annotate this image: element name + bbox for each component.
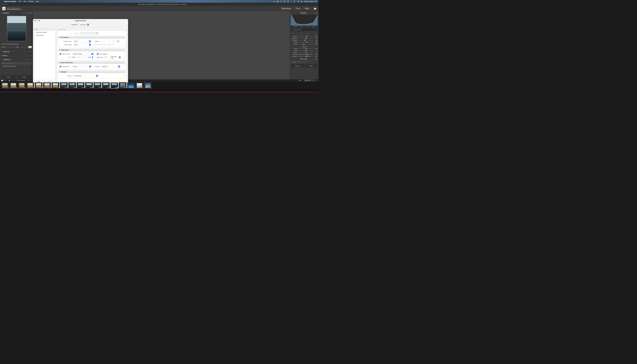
collections-panel-header[interactable]: ▼Collections+ [0,58,33,62]
cloud-sync-icon[interactable] [314,8,316,10]
filesettings-disclosure-icon[interactable]: ▼ [59,37,60,38]
curve-red-icon[interactable] [300,61,302,63]
quality-slider[interactable] [100,41,114,42]
traffic-lights[interactable] [1,4,7,5]
sharpen-for-select[interactable]: Screen [72,66,92,68]
dont-enlarge-checkbox[interactable]: ✓ [97,53,98,55]
metadata-include-select[interactable]: All Metadata [73,75,98,77]
size-unit-select[interactable]: pixels [87,56,94,58]
height-input[interactable] [80,56,86,58]
redeye-icon[interactable] [307,32,309,34]
stacks-icon[interactable]: ▤ [277,0,278,2]
highlights-slider[interactable] [298,38,313,38]
play-icon[interactable]: ⊙ [280,0,282,2]
filmstrip-thumb[interactable]: 5 [35,82,42,89]
filmstrip-thumb[interactable]: 9 [68,82,76,89]
image-format-select[interactable]: JPEG [73,40,91,43]
add-snapshot-icon[interactable]: + [31,51,32,53]
blacks-slider[interactable] [298,44,313,44]
shadows-slider[interactable] [298,40,313,40]
module-web[interactable]: Web [305,7,309,10]
filmstrip-thumb[interactable]: 18 [144,82,152,89]
user-menu-chevron-icon[interactable]: ▼ [21,8,22,10]
filmstrip-thumb[interactable]: 12 [94,82,101,89]
adjust-target-icon[interactable]: ◎ [291,61,292,63]
filmstrip-thumb[interactable]: 3 [18,82,26,89]
filmstrip-thumb[interactable]: 17 [136,82,143,89]
preset-lightroom[interactable]: ▶Lightroom Presets [34,31,56,34]
filmstrip[interactable]: 123456789101112131415161718 [0,82,318,89]
export-to-select[interactable]: Hard Drive [79,24,90,26]
histogram-disclosure-icon[interactable]: ▼ [316,12,317,14]
curve-green-icon[interactable] [303,61,304,63]
sizing-disclosure-icon[interactable]: ▼ [59,49,60,50]
add-collection-icon[interactable]: + [31,58,32,60]
paste-button[interactable]: Paste [17,76,32,78]
filmstrip-thumb[interactable]: 7 [52,82,59,89]
width-input[interactable] [71,56,77,58]
filmstrip-thumb[interactable]: 11 [85,82,93,89]
close-light[interactable] [1,4,2,5]
resize-checkbox[interactable]: ✓ [60,53,61,55]
filmstrip-thumb[interactable]: 8 [60,82,68,89]
menu-window[interactable]: Window [28,0,34,2]
filmstrip-thumb[interactable]: 2 [10,82,17,89]
min-light[interactable] [3,4,5,5]
zoom-300[interactable]: 300% [29,12,32,14]
whites-slider[interactable] [298,42,313,42]
nav-next-icon[interactable]: ► [14,80,15,81]
cc-icon[interactable]: ◎ [274,0,275,2]
filmstrip-thumb[interactable]: 16 [127,82,135,89]
heal-icon[interactable] [300,32,302,34]
menu-app-name[interactable]: Lightroom Classic [4,0,16,2]
sharpen-amount-select[interactable]: Standard [101,66,120,68]
resolution-unit-select[interactable]: pixels per inch [110,56,121,58]
amount-value[interactable]: 100 [28,46,32,48]
input-icon[interactable]: A [284,1,285,2]
copy-button[interactable]: Copy... [1,76,16,78]
quality-value[interactable] [114,40,120,42]
previous-button[interactable]: Previous [291,64,304,68]
settings-scroll[interactable]: Quality: ▼File Settings Image Format: JP… [57,31,126,82]
contrast-slider[interactable] [298,36,313,36]
menu-file[interactable]: File [19,0,21,2]
crop-icon[interactable] [292,32,294,34]
navigator-disclosure-icon[interactable]: ▼ [1,12,3,14]
filmstrip-thumb[interactable]: 14 [110,82,118,89]
clarity-slider[interactable] [298,50,313,51]
spotlight-icon[interactable]: 🔍 [294,0,296,2]
reset-button[interactable]: Reset [305,64,317,68]
menubar-clock[interactable]: Wed 14 Sep 17.06 [304,0,317,2]
clear-history-icon[interactable]: × [31,54,32,56]
user-name[interactable]: Danny%20Maiorca [7,8,20,10]
zoom-fit[interactable]: FIT ◇ [22,12,24,14]
history-panel-header[interactable]: ▶History× [0,54,33,58]
texture-slider[interactable] [298,48,313,49]
zoom-100[interactable]: 100% [25,12,28,14]
vibrance-slider[interactable] [298,54,313,54]
colorspace-select[interactable]: sRGB [73,44,91,46]
tonecurve-header[interactable]: Tone Curve▼ [290,58,319,60]
menu-edit[interactable]: Edit [24,0,26,2]
filter-lock-icon[interactable]: ⎋ [317,80,318,81]
histogram[interactable] [291,15,318,26]
filmstrip-thumb[interactable]: 6 [43,82,51,89]
nav-prev-icon[interactable]: ◄ [11,80,12,81]
siri-icon[interactable]: ◉ [301,0,302,2]
menu-help[interactable]: Help [36,0,39,2]
battery-icon[interactable]: ⚡ [287,1,289,2]
dehaze-slider[interactable] [298,52,313,53]
sharpen-checkbox[interactable]: ✓ [60,66,61,68]
curve-blue-icon[interactable] [306,61,307,63]
module-print[interactable]: Print [296,7,300,10]
saturation-slider[interactable] [298,56,313,56]
original-photo-toggle[interactable]: ☐ Original Photo [291,28,318,31]
secondary-display[interactable]: 2 [5,80,7,81]
navigator-preview[interactable] [7,16,26,41]
filmstrip-thumb[interactable]: 4 [26,82,34,89]
smart-collections-item[interactable]: ▶▦Smart Collections [0,65,33,68]
filmstrip-thumb[interactable]: 10 [77,82,84,89]
curve-rgb-icon[interactable] [298,61,300,63]
module-slideshow[interactable]: Slideshow [281,7,291,10]
control-center-icon[interactable]: ☰ [298,0,299,2]
